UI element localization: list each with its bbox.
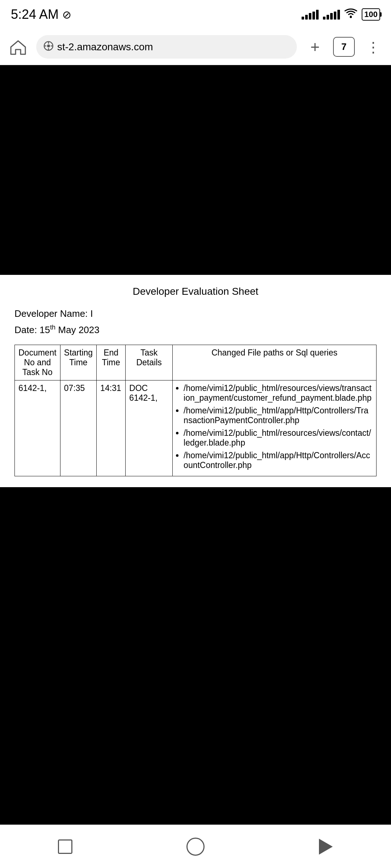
file-path-item: /home/vimi12/public_html/resources/views… [184,428,373,448]
back-button[interactable] [311,832,340,861]
svg-point-0 [350,16,352,18]
battery-level: 100 [364,10,378,19]
url-bar[interactable]: st-2.amazonaws.com [36,35,297,59]
new-tab-button[interactable]: + [304,36,326,58]
home-nav-button[interactable] [181,832,210,861]
developer-name: Developer Name: I [14,308,377,319]
file-path-item: /home/vimi12/public_html/app/Http/Contro… [184,406,373,425]
evaluation-table: Document No and Task No Starting Time En… [14,345,377,476]
signal-bars-1 [302,9,319,20]
cell-end-time: 14:31 [97,380,126,476]
bar4 [334,12,336,20]
bar2 [305,15,308,20]
bar4 [312,12,315,20]
square-icon [58,839,72,854]
table-header-row: Document No and Task No Starting Time En… [15,345,377,380]
more-options-button[interactable]: ⋮ [362,36,384,58]
bottom-navigation [0,825,391,868]
bar3 [330,13,333,20]
date-superscript: th [50,324,55,331]
status-bar: 5:24 AM ⊘ [0,0,391,29]
document-date: Date: 15th May 2023 [14,324,377,336]
black-area-bottom [0,487,391,867]
tab-count-badge[interactable]: 7 [333,37,355,57]
circle-icon [186,838,205,856]
table-row: 6142-1,07:3514:31DOC 6142-1,/home/vimi12… [15,380,377,476]
triangle-icon [319,839,333,855]
col-header-doc: Document No and Task No [15,345,60,380]
black-area-top [0,65,391,275]
status-right: 100 [302,8,380,21]
bar1 [302,17,304,20]
cell-file-paths: /home/vimi12/public_html/resources/views… [173,380,377,476]
file-path-item: /home/vimi12/public_html/resources/views… [184,383,373,403]
browser-nav-bar: st-2.amazonaws.com + 7 ⋮ [0,29,391,65]
wifi-icon [344,8,357,21]
cell-doc-no: 6142-1, [15,380,60,476]
col-header-start: Starting Time [60,345,96,380]
cell-start-time: 07:35 [60,380,96,476]
bar5 [337,10,340,20]
cell-task-details: DOC 6142-1, [126,380,173,476]
bar3 [309,13,311,20]
url-lock-icon [43,41,54,53]
status-time: 5:24 AM [11,7,59,22]
bar1 [323,17,325,20]
status-left: 5:24 AM ⊘ [11,7,71,22]
col-header-end: End Time [97,345,126,380]
mute-icon: ⊘ [62,8,71,21]
document-title: Developer Evaluation Sheet [14,286,377,297]
col-header-task: Task Details [126,345,173,380]
battery-indicator: 100 [362,8,380,21]
file-path-item: /home/vimi12/public_html/app/Http/Contro… [184,451,373,470]
url-text: st-2.amazonaws.com [57,41,153,53]
document-area: Developer Evaluation Sheet Developer Nam… [0,275,391,487]
date-label-prefix: Date: 15 [14,324,50,335]
date-suffix: May 2023 [55,324,99,335]
home-button[interactable] [7,36,29,58]
signal-bars-2 [323,9,340,20]
bar5 [316,10,319,20]
svg-point-2 [47,44,50,47]
col-header-files: Changed File paths or Sql queries [173,345,377,380]
recent-apps-button[interactable] [51,832,80,861]
bar2 [327,15,329,20]
